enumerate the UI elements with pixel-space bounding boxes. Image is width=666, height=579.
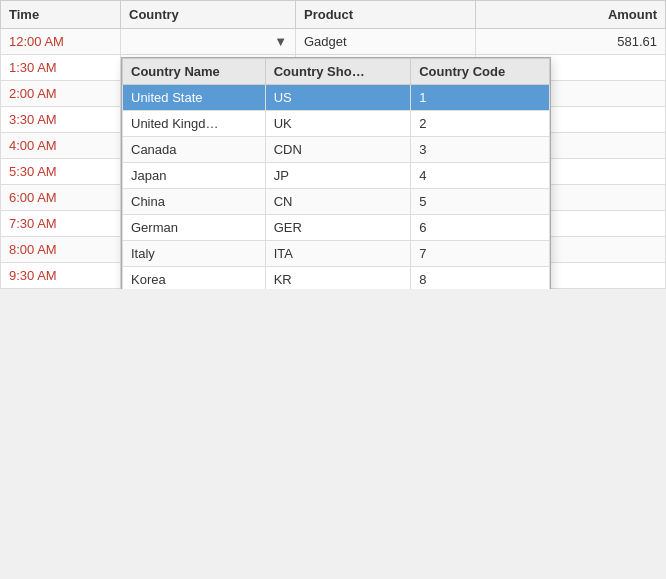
country-cell-short: KR <box>265 267 411 290</box>
country-cell-short: US <box>265 85 411 111</box>
col-header-amount: Amount <box>476 1 666 29</box>
country-cell-code: 3 <box>411 137 550 163</box>
table-row: 12:00 AM▼Country NameCountry Sho…Country… <box>1 29 666 55</box>
country-cell-code: 7 <box>411 241 550 267</box>
cell-product: Gadget <box>296 29 476 55</box>
country-list-item[interactable]: CanadaCDN3 <box>123 137 550 163</box>
dropdown-arrow-icon[interactable]: ▼ <box>274 34 287 49</box>
country-cell-name: United State <box>123 85 266 111</box>
cell-time: 6:00 AM <box>1 185 121 211</box>
country-cell-code: 8 <box>411 267 550 290</box>
country-cell-code: 2 <box>411 111 550 137</box>
cell-time: 7:30 AM <box>1 211 121 237</box>
country-list-item[interactable]: United Kingd…UK2 <box>123 111 550 137</box>
country-cell-name: Japan <box>123 163 266 189</box>
col-header-product: Product <box>296 1 476 29</box>
country-list-item[interactable]: KoreaKR8 <box>123 267 550 290</box>
country-dropdown-popup: Country NameCountry Sho…Country CodeUnit… <box>121 57 551 289</box>
country-cell-name: United Kingd… <box>123 111 266 137</box>
country-cell-short: ITA <box>265 241 411 267</box>
country-list-item[interactable]: JapanJP4 <box>123 163 550 189</box>
main-table: Time Country Product Amount 12:00 AM▼Cou… <box>0 0 666 289</box>
cell-time: 5:30 AM <box>1 159 121 185</box>
cell-time: 8:00 AM <box>1 237 121 263</box>
country-cell-code: 4 <box>411 163 550 189</box>
country-cell-short: GER <box>265 215 411 241</box>
country-list-item[interactable]: GermanGER6 <box>123 215 550 241</box>
country-cell-code: 1 <box>411 85 550 111</box>
cell-time: 3:30 AM <box>1 107 121 133</box>
cell-country[interactable]: ▼Country NameCountry Sho…Country CodeUni… <box>121 29 296 55</box>
cell-time: 9:30 AM <box>1 263 121 289</box>
country-cell-name: German <box>123 215 266 241</box>
cell-time: 2:00 AM <box>1 81 121 107</box>
country-list-item[interactable]: United StateUS1 <box>123 85 550 111</box>
cell-time: 12:00 AM <box>1 29 121 55</box>
country-list-item[interactable]: ChinaCN5 <box>123 189 550 215</box>
country-cell-short: CN <box>265 189 411 215</box>
country-cell-name: Canada <box>123 137 266 163</box>
country-list-table: Country NameCountry Sho…Country CodeUnit… <box>122 58 550 289</box>
country-cell-name: Korea <box>123 267 266 290</box>
country-cell-code: 6 <box>411 215 550 241</box>
country-list-item[interactable]: ItalyITA7 <box>123 241 550 267</box>
col-header-country: Country <box>121 1 296 29</box>
col-header-time: Time <box>1 1 121 29</box>
popup-col-header-name: Country Name <box>123 59 266 85</box>
cell-time: 1:30 AM <box>1 55 121 81</box>
country-cell-name: Italy <box>123 241 266 267</box>
cell-amount: 581.61 <box>476 29 666 55</box>
country-cell-short: CDN <box>265 137 411 163</box>
popup-col-header-code: Country Code <box>411 59 550 85</box>
country-cell-code: 5 <box>411 189 550 215</box>
popup-col-header-short: Country Sho… <box>265 59 411 85</box>
country-cell-short: UK <box>265 111 411 137</box>
country-cell-name: China <box>123 189 266 215</box>
country-cell-short: JP <box>265 163 411 189</box>
cell-time: 4:00 AM <box>1 133 121 159</box>
